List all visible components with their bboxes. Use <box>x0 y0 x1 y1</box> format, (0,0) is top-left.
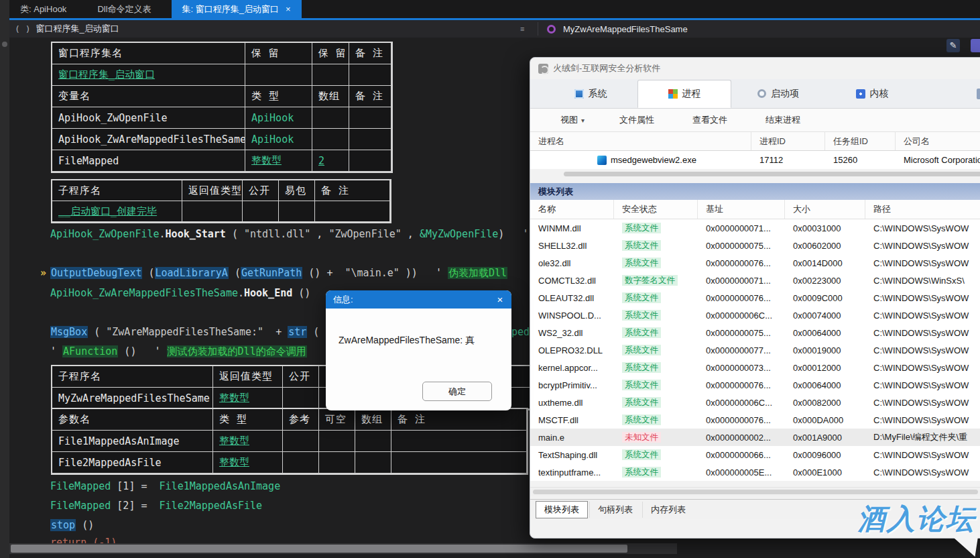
main-tab[interactable]: 内核 <box>825 79 919 108</box>
module-name: WS2_32.dll <box>530 328 614 338</box>
col-path[interactable]: 路径 <box>865 200 980 219</box>
module-row[interactable]: OLEAUT32.dll 系统文件 0x0000000076... 0x0009… <box>530 289 980 306</box>
status-badge: 系统文件 <box>622 223 661 233</box>
tab-dll-commands[interactable]: Dll命令定义表 <box>86 0 162 18</box>
module-base: 0x0000000075... <box>698 328 785 338</box>
module-path: C:\WINDOWS\SysWOW <box>865 363 980 373</box>
module-name: COMCTL32.dll <box>530 276 614 286</box>
dialog-title: 信息: <box>333 294 353 306</box>
code-line[interactable]: OutputDebugText (LoadLibraryA (GetRunPat… <box>50 267 507 279</box>
module-base: 0x0000000075... <box>698 241 785 251</box>
module-row[interactable]: ole32.dll 系统文件 0x0000000076... 0x0014D00… <box>530 254 980 272</box>
close-icon[interactable]: × <box>489 290 511 309</box>
col-size[interactable]: 大小 <box>785 200 865 219</box>
module-base: 0x0000000076... <box>698 415 785 425</box>
toolbar-button[interactable]: 文件属性 <box>619 114 658 126</box>
symbol-name[interactable]: MyZwAreMappedFilesTheSame <box>563 24 688 34</box>
module-row[interactable]: kernel.appcor... 系统文件 0x0000000073... 0x… <box>530 359 980 376</box>
tab-apihook[interactable]: 类: ApiHook <box>9 0 77 18</box>
toolbar-button[interactable]: 查看文件 <box>692 114 731 126</box>
module-status-cell: 数字签名文件 <box>614 275 698 286</box>
module-row[interactable]: bcryptPrimitiv... 系统文件 0x0000000076... 0… <box>530 376 980 394</box>
tab-window-assembly[interactable]: 集: 窗口程序集_启动窗口 × <box>172 0 302 18</box>
status-badge: 系统文件 <box>622 345 661 355</box>
status-badge: 数字签名文件 <box>622 275 678 286</box>
code-line[interactable]: ped <box>511 326 530 338</box>
col-base-address[interactable]: 基址 <box>698 200 785 219</box>
ide-side-strip <box>0 0 9 558</box>
module-name: main.e <box>530 433 614 443</box>
clipped-toolbar-icon[interactable] <box>971 39 980 52</box>
splitter-grip-icon[interactable]: ≡ <box>520 25 524 33</box>
module-row[interactable]: SHELL32.dll 系统文件 0x0000000075... 0x00602… <box>530 237 980 254</box>
code-line[interactable]: ApiHook_ZwOpenFile.Hook_Start ( "ntdll.d… <box>50 228 546 240</box>
code-line[interactable]: FileMapped [2] = File2MappedAsFile <box>50 500 262 512</box>
breadcrumb-label[interactable]: 窗口程序集_启动窗口 <box>36 23 119 35</box>
main-tab[interactable]: 系统 <box>544 79 637 108</box>
code-line[interactable]: FileMapped [1] = File1MappedAsAnImage <box>50 480 280 492</box>
scrollbar-thumb[interactable] <box>564 172 980 176</box>
module-size: 0x00602000 <box>785 241 865 251</box>
col-company[interactable]: 公司名 <box>896 132 980 150</box>
close-icon[interactable]: × <box>286 4 291 14</box>
bottom-tab[interactable]: 句柄列表 <box>589 502 641 518</box>
toolbar-button[interactable]: 视图 ▾ <box>560 114 585 126</box>
module-name: uxtheme.dll <box>530 398 614 408</box>
msedgewebview2-icon <box>597 156 607 165</box>
window-titlebar[interactable]: 火绒剑-互联网安全分析软件 <box>530 58 980 79</box>
tab-label: 系统 <box>589 88 607 100</box>
module-path: C:\WINDOWS\SysWOW <box>865 311 980 321</box>
module-row[interactable]: textinputframe... 系统文件 0x000000005E... 0… <box>530 463 980 481</box>
module-row[interactable]: WINSPOOL.D... 系统文件 0x000000006C... 0x000… <box>530 306 980 324</box>
bottom-tab[interactable]: 内存列表 <box>642 502 694 518</box>
dialog-titlebar[interactable]: 信息: <box>326 290 511 309</box>
col-process-name[interactable]: 进程名 <box>530 132 751 150</box>
col-task-group-id[interactable]: 任务组ID <box>825 132 896 150</box>
clipped-tab-icon <box>977 89 980 99</box>
col-security-status[interactable]: 安全状态 <box>614 200 698 219</box>
col-process-id[interactable]: 进程ID <box>751 132 825 150</box>
module-row[interactable]: COMCTL32.dll 数字签名文件 0x0000000071... 0x00… <box>530 272 980 289</box>
code-line[interactable]: MsgBox ( "ZwAreMappedFilesTheSame:" + st… <box>50 326 319 338</box>
module-name: ole32.dll <box>530 258 614 268</box>
scrollbar-thumb[interactable] <box>533 490 978 494</box>
module-row[interactable]: WINMM.dll 系统文件 0x0000000071... 0x0003100… <box>530 219 980 237</box>
module-status-cell: 系统文件 <box>614 467 698 478</box>
main-tab[interactable]: 启动项 <box>731 79 825 108</box>
module-base: 0x0000000066... <box>698 450 785 460</box>
module-size: 0x00223000 <box>785 276 865 286</box>
edit-pencil-icon[interactable]: ✎ <box>946 39 960 52</box>
module-row[interactable]: MSCTF.dll 系统文件 0x0000000076... 0x000DA00… <box>530 411 980 429</box>
module-row[interactable]: TextShaping.dll 系统文件 0x0000000066... 0x0… <box>530 446 980 463</box>
process-row[interactable]: msedgewebview2.exe 17112 15260 Microsoft… <box>530 151 980 169</box>
process-hscrollbar[interactable] <box>530 169 980 179</box>
module-row[interactable]: uxtheme.dll 系统文件 0x000000006C... 0x00082… <box>530 394 980 411</box>
bottom-tab[interactable]: 模块列表 <box>536 501 588 518</box>
col-name[interactable]: 名称 <box>530 200 614 219</box>
module-name: OLEAUT32.dll <box>530 293 614 303</box>
module-path: C:\WINDOWS\SysWOW <box>865 467 980 478</box>
ok-button[interactable]: 确定 <box>422 382 492 401</box>
code-line[interactable]: » <box>40 267 46 279</box>
divider <box>538 22 538 36</box>
module-row[interactable]: WS2_32.dll 系统文件 0x0000000075... 0x000640… <box>530 324 980 341</box>
main-tab[interactable]: 进程 <box>637 80 731 108</box>
tab-label: 内核 <box>870 88 889 100</box>
editor-hscrollbar[interactable] <box>9 543 677 554</box>
task-group-id: 15260 <box>825 155 896 165</box>
subroutine-icon <box>547 25 556 34</box>
module-name: WINMM.dll <box>530 223 614 233</box>
code-line[interactable]: stop () <box>50 519 94 531</box>
tab-label: 类: ApiHook <box>20 3 66 15</box>
module-status-cell: 系统文件 <box>614 414 698 426</box>
code-line[interactable]: ApiHook_ZwAreMappedFilesTheSame.Hook_End… <box>50 287 310 299</box>
tab-icon <box>757 89 766 98</box>
module-row[interactable]: main.e 未知文件 0x0000000002... 0x001A9000 D… <box>530 429 980 446</box>
toolbar-button[interactable]: 结束进程 <box>765 114 804 126</box>
module-row[interactable]: OLEPRO32.DLL 系统文件 0x0000000077... 0x0001… <box>530 341 980 359</box>
status-badge: 系统文件 <box>622 327 661 338</box>
section-title: 模块列表 <box>538 186 573 198</box>
scrollbar-thumb[interactable] <box>11 545 627 553</box>
module-hscrollbar[interactable] <box>530 487 980 496</box>
code-line[interactable]: ' AFunction () ' 测试伪装加载的Dll的命令调用 <box>50 345 307 357</box>
